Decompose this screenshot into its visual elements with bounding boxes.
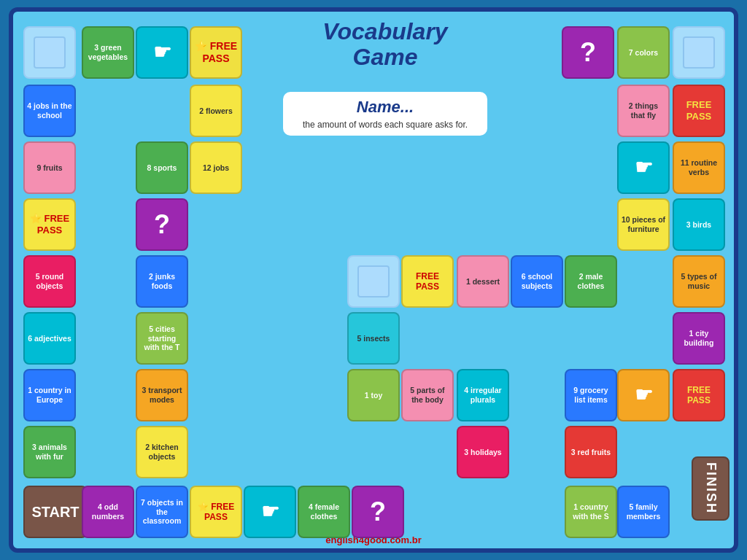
name-box: Name... the amount of words each square … <box>283 92 487 136</box>
hand-bot: ☛ <box>244 486 296 538</box>
country-s: 1 country with the S <box>565 486 617 538</box>
flowers: 2 flowers <box>190 85 242 137</box>
ice-cube-top-right <box>673 26 725 79</box>
dessert: 1 dessert <box>457 255 509 308</box>
things-fly: 2 things that fly <box>617 85 670 137</box>
cities-t: 5 cities starting with the T <box>136 312 188 365</box>
animals-fur: 3 animals with fur <box>23 426 76 478</box>
classroom-objects: 7 objects in the classroom <box>136 486 188 538</box>
jobs12: 12 jobs <box>190 141 242 194</box>
city-building: 1 city building <box>673 312 725 365</box>
pieces-furniture: 10 pieces of furniture <box>617 198 670 251</box>
start-cell: START <box>23 486 88 538</box>
question-bot: ? <box>352 486 404 538</box>
free-pass-top: ⭐ FREE PASS <box>190 26 242 79</box>
free-pass-mid: FREE PASS <box>401 255 454 308</box>
irregular-plurals: 4 irregular plurals <box>457 369 509 421</box>
transport: 3 transport modes <box>136 369 188 421</box>
green-vegetables: 3 green vegetables <box>82 26 134 79</box>
male-clothes: 2 male clothes <box>565 255 617 308</box>
holidays: 3 holidays <box>457 426 509 478</box>
sports: 8 sports <box>136 141 188 194</box>
female-clothes: 4 female clothes <box>298 486 350 538</box>
free-pass-right2: FREE PASS <box>673 369 725 421</box>
name-label: Name... <box>290 98 480 117</box>
junks-foods: 2 junks foods <box>136 255 188 308</box>
game-title: VocabularyGame <box>290 19 480 70</box>
kitchen-objects: 2 kitchen objects <box>136 426 188 478</box>
red-fruits: 3 red fruits <box>565 426 617 478</box>
country-europe: 1 country in Europe <box>23 369 76 421</box>
question-mid-left: ? <box>136 198 188 251</box>
birds: 3 birds <box>673 198 725 251</box>
hand-right2: ☛ <box>617 369 670 421</box>
ice-cube-top-left <box>23 26 76 79</box>
insects: 5 insects <box>347 312 400 365</box>
question-top-right: ? <box>562 26 614 79</box>
adjectives: 6 adjectives <box>23 312 76 365</box>
grocery: 9 grocery list items <box>565 369 617 421</box>
name-sub: the amount of words each square asks for… <box>290 120 480 130</box>
odd-numbers: 4 odd numbers <box>82 486 134 538</box>
routine-verbs: 11 routine verbs <box>673 141 725 194</box>
family-members: 5 family members <box>617 486 670 538</box>
types-music: 5 types of music <box>673 255 725 308</box>
school-subjects: 6 school subjects <box>511 255 563 308</box>
toy: 1 toy <box>347 369 400 421</box>
ice-cube-mid <box>347 255 400 308</box>
finish-cell: FINISH <box>692 456 729 521</box>
hand-right: ☛ <box>617 141 670 194</box>
colors: 7 colors <box>617 26 670 79</box>
free-pass-bot: ⭐ FREE PASS <box>190 486 242 538</box>
free-pass-right1: FREE PASS <box>673 85 725 137</box>
parts-body: 5 parts of the body <box>401 369 454 421</box>
round-objects: 5 round objects <box>23 255 76 308</box>
free-pass-left: ⭐ FREE PASS <box>23 198 76 251</box>
hand-top-left: ☛ <box>136 26 188 79</box>
jobs-school: 4 jobs in the school <box>23 85 76 137</box>
game-board: VocabularyGame Name... the amount of wor… <box>9 7 738 553</box>
fruits: 9 fruits <box>23 141 76 194</box>
